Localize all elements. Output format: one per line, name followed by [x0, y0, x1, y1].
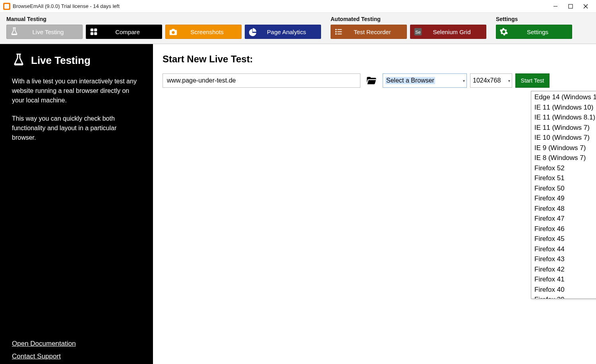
resolution-select-value: 1024x768	[473, 77, 501, 84]
camera-icon	[168, 27, 178, 37]
open-folder-button[interactable]	[364, 73, 379, 88]
maximize-button[interactable]	[567, 2, 575, 10]
browser-option[interactable]: Firefox 44	[534, 244, 596, 254]
svg-rect-13	[337, 34, 342, 35]
gear-icon	[499, 27, 509, 37]
live-testing-button[interactable]: Live Testing	[6, 25, 83, 39]
compare-button[interactable]: Compare	[86, 25, 162, 39]
resolution-select[interactable]: 1024x768 ▾	[470, 73, 512, 88]
test-recorder-button[interactable]: Test Recorder	[331, 25, 407, 39]
browser-option[interactable]: Firefox 48	[534, 204, 596, 214]
selenium-grid-button[interactable]: SeSelenium Grid	[410, 25, 486, 39]
svg-rect-4	[91, 29, 93, 31]
svg-text:Se: Se	[415, 30, 420, 35]
folder-open-icon	[366, 75, 377, 86]
browser-option[interactable]: Edge 14 (Windows 10)	[534, 92, 596, 102]
selenium-icon: Se	[413, 27, 423, 37]
titlebar: BrowseEmAll (9.0.0) Trial license - 14 d…	[0, 0, 596, 13]
svg-point-8	[335, 29, 337, 31]
window-title: BrowseEmAll (9.0.0) Trial license - 14 d…	[13, 3, 120, 9]
close-button[interactable]	[582, 2, 590, 10]
settings-button[interactable]: Settings	[496, 25, 572, 39]
ribbon-group-label: Settings	[496, 16, 572, 22]
sidebar-paragraph-2: This way you can quickly check both func…	[12, 114, 141, 143]
browser-option[interactable]: Firefox 47	[534, 214, 596, 224]
browser-option[interactable]: Firefox 51	[534, 173, 596, 183]
ribbon-button-label: Selenium Grid	[433, 29, 470, 35]
ribbon-group: Manual TestingLive TestingCompareScreens…	[6, 16, 321, 39]
chevron-down-icon: ▾	[463, 79, 465, 83]
contact-support-link[interactable]: Contact Support	[12, 352, 141, 360]
url-input[interactable]	[163, 73, 360, 88]
content: Start New Live Test: Select a Browser ▾ …	[153, 44, 596, 364]
browser-dropdown: Edge 14 (Windows 10)IE 11 (Windows 10)IE…	[531, 91, 596, 299]
flask-icon	[9, 27, 19, 37]
browser-option[interactable]: Firefox 49	[534, 193, 596, 204]
svg-rect-11	[337, 31, 342, 32]
minimize-button[interactable]	[551, 2, 559, 10]
browser-option[interactable]: Firefox 40	[534, 285, 596, 295]
piechart-icon	[248, 27, 258, 37]
ribbon-button-label: Settings	[527, 29, 548, 35]
svg-point-10	[335, 31, 337, 33]
flask-icon	[12, 54, 25, 67]
start-test-button[interactable]: Start Test	[515, 73, 550, 88]
browser-option[interactable]: Firefox 42	[534, 264, 596, 275]
browser-option[interactable]: IE 8 (Windows 7)	[534, 153, 596, 163]
ribbon-group: SettingsSettings	[496, 16, 572, 39]
browser-select[interactable]: Select a Browser ▾	[383, 73, 467, 88]
svg-rect-6	[91, 32, 93, 35]
browser-option[interactable]: Firefox 50	[534, 183, 596, 194]
browser-option[interactable]: Firefox 41	[534, 274, 596, 285]
browser-select-value: Select a Browser	[385, 77, 435, 84]
open-documentation-link[interactable]: Open Documentation	[12, 340, 141, 348]
ribbon-group: Automated TestingTest RecorderSeSelenium…	[331, 16, 486, 39]
ribbon-group-label: Manual Testing	[6, 16, 321, 22]
sidebar-paragraph-1: With a live test you can interactively t…	[12, 77, 141, 105]
ribbon: Manual TestingLive TestingCompareScreens…	[0, 13, 596, 44]
browser-option[interactable]: Firefox 46	[534, 224, 596, 234]
list-icon	[333, 27, 344, 37]
ribbon-button-label: Test Recorder	[354, 29, 391, 35]
screenshots-button[interactable]: Screenshots	[165, 25, 242, 39]
browser-option[interactable]: IE 11 (Windows 7)	[534, 123, 596, 133]
ribbon-button-label: Page Analytics	[267, 29, 306, 35]
browser-option[interactable]: Firefox 52	[534, 163, 596, 173]
browser-option[interactable]: Firefox 39	[534, 295, 596, 299]
svg-point-12	[335, 33, 337, 35]
sidebar: Live Testing With a live test you can in…	[0, 44, 153, 364]
browser-option[interactable]: Firefox 43	[534, 254, 596, 264]
ribbon-button-label: Compare	[115, 29, 140, 35]
page-analytics-button[interactable]: Page Analytics	[245, 25, 321, 39]
svg-rect-5	[94, 29, 97, 31]
browser-option[interactable]: IE 11 (Windows 8.1)	[534, 112, 596, 123]
sidebar-title: Live Testing	[31, 54, 91, 67]
app-icon	[3, 3, 10, 10]
browser-option[interactable]: IE 11 (Windows 10)	[534, 102, 596, 113]
grid-icon	[89, 27, 99, 37]
browser-option[interactable]: IE 9 (Windows 7)	[534, 143, 596, 153]
svg-rect-1	[569, 4, 573, 8]
svg-rect-9	[337, 29, 342, 30]
chevron-down-icon: ▾	[508, 79, 510, 83]
browser-option[interactable]: IE 10 (Windows 7)	[534, 133, 596, 143]
page-title: Start New Live Test:	[163, 54, 586, 65]
ribbon-button-label: Screenshots	[190, 29, 223, 35]
svg-rect-7	[94, 32, 97, 35]
ribbon-button-label: Live Testing	[33, 29, 64, 35]
browser-option[interactable]: Firefox 45	[534, 234, 596, 244]
ribbon-group-label: Automated Testing	[331, 16, 486, 22]
